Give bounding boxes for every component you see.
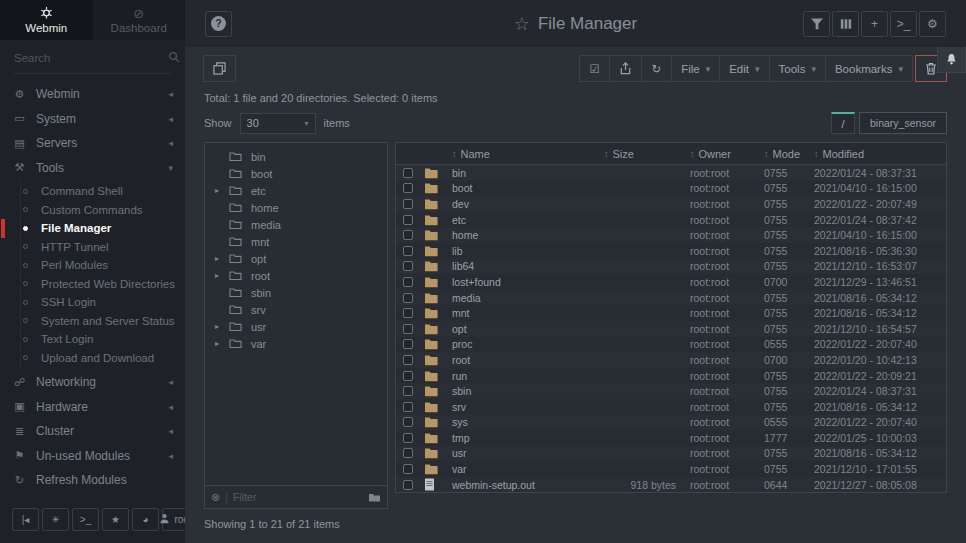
table-row[interactable]: mnt root:root 0755 2021/08/16 - 05:34:12 [396,305,946,321]
shell-button[interactable]: >_ [890,11,917,37]
row-checkbox[interactable] [403,371,413,381]
table-row[interactable]: etc root:root 0755 2022/01/24 - 08:37:42 [396,212,946,228]
row-checkbox[interactable] [403,261,413,271]
sidebar-subitem[interactable]: System and Server Status [1,312,185,331]
sidebar-category[interactable]: ≣ Cluster ◂ [0,419,185,444]
row-checkbox[interactable] [403,448,413,458]
table-row[interactable]: sbin root:root 0755 2022/01/24 - 08:37:3… [396,383,946,399]
sidebar-subitem[interactable]: Perl Modules [1,256,185,275]
expand-arrow-icon[interactable]: ▸ [215,271,219,280]
tree-item[interactable]: ▸ sbin [205,284,387,301]
clear-filter-icon[interactable]: ⊗ [211,491,220,504]
help-button[interactable]: ? [205,11,232,37]
tab-webmin[interactable]: Webmin [0,0,93,40]
tree-item[interactable]: ▸ root [205,267,387,284]
theme-button[interactable]: ☀ [42,508,69,531]
terminal-button[interactable]: >_ [72,508,99,531]
row-checkbox[interactable] [403,355,413,365]
sidebar-subitem[interactable]: File Manager [1,219,185,238]
row-checkbox[interactable] [403,464,413,474]
table-row[interactable]: boot root:root 0755 2021/04/10 - 16:15:0… [396,181,946,197]
column-header-mode[interactable]: ↕ Mode [764,148,814,160]
favorites-button[interactable]: ★ [102,508,129,531]
collapse-sidebar-button[interactable]: |◂ [12,508,39,531]
sidebar-subitem[interactable]: Custom Commands [1,201,185,220]
tree-item[interactable]: ▸ var [205,335,387,352]
tree-item[interactable]: ▸ media [205,216,387,233]
sidebar-subitem[interactable]: Text Login [1,330,185,349]
expand-arrow-icon[interactable]: ▸ [215,186,219,195]
expand-arrow-icon[interactable]: ▸ [215,254,219,263]
row-checkbox[interactable] [403,199,413,209]
path-input[interactable] [859,112,947,134]
table-row[interactable]: lost+found root:root 0700 2021/12/29 - 1… [396,274,946,290]
row-checkbox[interactable] [403,168,413,178]
tab-dashboard[interactable]: ⊘ Dashboard [93,0,186,40]
tree-item[interactable]: ▸ etc [205,182,387,199]
table-row[interactable]: var root:root 0755 2021/12/10 - 17:01:55 [396,461,946,477]
tree-item[interactable]: ▸ bin [205,148,387,165]
table-row[interactable]: usr root:root 0755 2021/08/16 - 05:34:12 [396,446,946,462]
table-row[interactable]: webmin-setup.out 918 bytes root:root 064… [396,477,946,493]
table-row[interactable]: dev root:root 0755 2022/01/22 - 20:07:49 [396,196,946,212]
copy-path-button[interactable] [203,55,236,82]
tree-item[interactable]: ▸ usr [205,318,387,335]
select-all-button[interactable]: ☑ [579,55,610,82]
table-row[interactable]: sys root:root 0555 2022/01/22 - 20:07:40 [396,415,946,431]
tree-item[interactable]: ▸ mnt [205,233,387,250]
tree-item[interactable]: ▸ home [205,199,387,216]
page-size-select[interactable]: 30 ▾ [240,113,316,134]
column-header-name[interactable]: ↕ Name [452,148,604,160]
tree-item[interactable]: ▸ boot [205,165,387,182]
file-menu-button[interactable]: File ▾ [671,55,720,82]
tree-item[interactable]: ▸ opt [205,250,387,267]
sidebar-category[interactable]: ▤ Servers ◂ [0,131,185,156]
sidebar-category[interactable]: ⚙ Webmin ◂ [0,82,185,107]
row-checkbox[interactable] [403,215,413,225]
table-row[interactable]: srv root:root 0755 2021/08/16 - 05:34:12 [396,399,946,415]
table-row[interactable]: proc root:root 0555 2022/01/22 - 20:07:4… [396,337,946,353]
row-checkbox[interactable] [403,183,413,193]
share-button[interactable] [609,55,642,82]
row-checkbox[interactable] [403,324,413,334]
favorite-star-icon[interactable]: ☆ [514,13,530,35]
expand-arrow-icon[interactable]: ▸ [215,339,219,348]
row-checkbox[interactable] [403,433,413,443]
row-checkbox[interactable] [403,277,413,287]
table-row[interactable]: lib64 root:root 0755 2021/12/10 - 16:53:… [396,259,946,275]
sidebar-subitem[interactable]: SSH Login [1,293,185,312]
table-row[interactable]: media root:root 0755 2021/08/16 - 05:34:… [396,290,946,306]
sidebar-category-tools[interactable]: ⚒ Tools ▾ [0,156,185,181]
column-header-modified[interactable]: ↕ Modified [814,148,946,160]
row-checkbox[interactable] [403,230,413,240]
sidebar-refresh-modules[interactable]: ↻ Refresh Modules [0,468,185,493]
sidebar-subitem[interactable]: Protected Web Directories [1,275,185,294]
folder-select-button[interactable] [368,492,381,503]
columns-button[interactable] [832,11,859,37]
language-button[interactable]: ◕ [132,508,159,531]
filter-button[interactable] [803,11,830,37]
table-row[interactable]: tmp root:root 1777 2022/01/25 - 10:00:03 [396,430,946,446]
row-checkbox[interactable] [403,339,413,349]
search-input[interactable] [14,52,168,64]
tools-menu-button[interactable]: Tools ▾ [769,55,826,82]
sidebar-subitem[interactable]: Upload and Download [1,349,185,368]
root-path-button[interactable]: / [831,112,855,134]
notifications-button[interactable] [937,47,966,73]
table-row[interactable]: run root:root 0755 2022/01/22 - 20:09:21 [396,368,946,384]
bookmarks-menu-button[interactable]: Bookmarks ▾ [825,55,913,82]
sidebar-category[interactable]: ⚑ Un-used Modules ◂ [0,444,185,469]
sidebar-category[interactable]: ▣ Hardware ◂ [0,395,185,420]
sidebar-subitem[interactable]: Command Shell [1,182,185,201]
row-checkbox[interactable] [403,417,413,427]
column-header-owner[interactable]: ↕ Owner [690,148,764,160]
row-checkbox[interactable] [403,308,413,318]
sidebar-subitem[interactable]: HTTP Tunnel [1,238,185,257]
sidebar-category[interactable]: ☍ Networking ◂ [0,370,185,395]
row-checkbox[interactable] [403,480,413,490]
table-row[interactable]: bin root:root 0755 2022/01/24 - 08:37:31 [396,165,946,181]
table-row[interactable]: root root:root 0700 2022/01/20 - 10:42:1… [396,352,946,368]
edit-menu-button[interactable]: Edit ▾ [719,55,769,82]
add-button[interactable]: + [861,11,888,37]
row-checkbox[interactable] [403,246,413,256]
